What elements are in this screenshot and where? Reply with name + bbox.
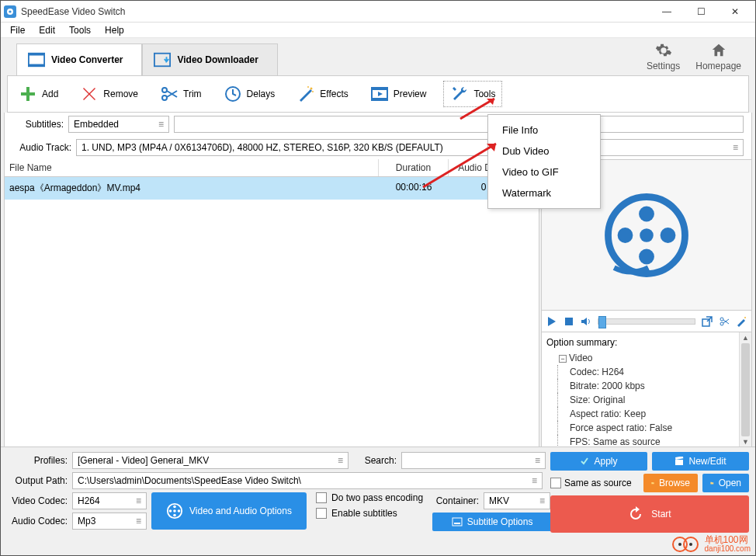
- tree-node-video[interactable]: −Video: [546, 351, 747, 365]
- remove-label: Remove: [103, 89, 138, 99]
- menu-bar: File Edit Tools Help: [1, 23, 755, 38]
- annotation-arrow-icon: [457, 92, 504, 123]
- option-tree: −Video Codec: H264 Bitrate: 2000 kbps Si…: [546, 351, 747, 448]
- play-controls: [541, 311, 752, 332]
- svg-rect-42: [454, 523, 460, 524]
- audiotrack-combo[interactable]: 1. UND, MP3 (MP4A / 0X6134706D), 48000 H…: [76, 139, 744, 156]
- profiles-combo[interactable]: [General - Video] General_MKV ≡: [72, 452, 349, 469]
- homepage-button[interactable]: Homepage: [695, 42, 741, 71]
- add-button[interactable]: Add: [14, 82, 63, 106]
- svg-point-22: [618, 228, 633, 243]
- seek-slider[interactable]: [598, 318, 695, 325]
- delays-button[interactable]: Delays: [219, 82, 280, 106]
- checkbox-icon: [316, 508, 327, 519]
- maximize-button[interactable]: ☐: [684, 1, 718, 23]
- svg-point-37: [173, 506, 176, 509]
- svg-point-11: [310, 88, 313, 90]
- subtitles-value: Embedded: [74, 119, 119, 130]
- svg-rect-25: [565, 318, 573, 325]
- popout-icon[interactable]: [702, 316, 713, 327]
- profiles-value: [General - Video] General_MKV: [78, 455, 209, 466]
- combo-handle-icon: ≡: [338, 455, 343, 466]
- open-button[interactable]: Open: [702, 474, 749, 492]
- preview-button[interactable]: Preview: [366, 82, 432, 106]
- search-label: Search:: [353, 455, 397, 466]
- gear-icon: [655, 42, 672, 59]
- menu-file[interactable]: File: [4, 23, 31, 37]
- cut-icon[interactable]: [719, 316, 730, 327]
- start-button[interactable]: Start: [550, 495, 749, 533]
- option-scrollbar[interactable]: ▲ ▼: [739, 332, 751, 447]
- audiotrack-row: Audio Track: 1. UND, MP3 (MP4A / 0X61347…: [4, 136, 752, 159]
- menu-edit[interactable]: Edit: [33, 23, 61, 37]
- title-bar: SpeedEase Video Switch — ☐ ✕: [1, 1, 755, 23]
- trim-button[interactable]: Trim: [155, 82, 206, 106]
- combo-handle-icon: ≡: [158, 119, 164, 130]
- start-label: Start: [651, 509, 671, 520]
- bottom-panel: Profiles: [General - Video] General_MKV …: [1, 447, 755, 555]
- combo-handle-icon: ≡: [733, 142, 738, 153]
- container-value: MKV: [489, 495, 509, 506]
- output-path-combo[interactable]: C:\Users\admin\Documents\SpeedEase Video…: [72, 472, 543, 489]
- same-as-source-checkbox[interactable]: Same as source: [550, 478, 639, 488]
- apply-button[interactable]: Apply: [550, 452, 647, 471]
- svg-rect-43: [675, 460, 683, 465]
- menu-tools[interactable]: Tools: [63, 23, 97, 37]
- enable-subs-checkbox[interactable]: Enable subtitles: [316, 508, 423, 519]
- homepage-label: Homepage: [695, 61, 741, 71]
- acodec-label: Audio Codec:: [7, 516, 68, 526]
- close-button[interactable]: ✕: [718, 1, 752, 23]
- video-audio-options-button[interactable]: Video and Audio Options: [151, 492, 307, 530]
- audiotrack-value: 1. UND, MP3 (MP4A / 0X6134706D), 48000 H…: [81, 142, 443, 153]
- plus-icon: [19, 85, 37, 103]
- slider-thumb[interactable]: [598, 316, 606, 328]
- scissors-icon: [160, 85, 179, 103]
- watermark-line1: 单机100网: [705, 535, 751, 544]
- watermark-line2: danji100.com: [705, 544, 751, 554]
- scroll-down-icon[interactable]: ▼: [740, 436, 751, 447]
- preview-label: Preview: [394, 89, 427, 99]
- subtitle-options-button[interactable]: Subtitle Options: [432, 513, 552, 531]
- subtitles-combo[interactable]: Embedded ≡: [68, 116, 169, 133]
- vao-label: Video and Audio Options: [189, 506, 292, 516]
- site-watermark: 单机100网 danji100.com: [672, 535, 751, 554]
- volume-icon[interactable]: [581, 316, 591, 327]
- scroll-up-icon[interactable]: ▲: [740, 332, 751, 343]
- menu-help[interactable]: Help: [99, 23, 130, 37]
- svg-point-29: [720, 322, 723, 325]
- col-filename[interactable]: File Name: [5, 159, 379, 176]
- tab-video-converter[interactable]: Video Converter: [16, 43, 142, 75]
- search-combo[interactable]: ≡: [401, 452, 546, 469]
- acodec-combo[interactable]: Mp3≡: [72, 513, 147, 530]
- output-value: C:\Users\admin\Documents\SpeedEase Video…: [78, 475, 301, 486]
- file-table-pane: File Name Duration Audio Delay S aespa《A…: [4, 159, 539, 448]
- newedit-button[interactable]: New/Edit: [652, 452, 749, 471]
- two-pass-checkbox[interactable]: Do two pass encoding: [316, 492, 423, 503]
- watermark-logo-icon: [672, 535, 700, 554]
- newedit-label: New/Edit: [688, 456, 726, 467]
- effects-button[interactable]: Effects: [292, 82, 352, 106]
- stop-icon[interactable]: [564, 316, 574, 327]
- scroll-thumb[interactable]: [741, 343, 750, 436]
- settings-button[interactable]: Settings: [647, 42, 680, 71]
- settings-label: Settings: [647, 61, 680, 71]
- minimize-button[interactable]: —: [650, 1, 684, 23]
- clock-icon: [224, 85, 242, 103]
- wand-small-icon[interactable]: [736, 316, 747, 327]
- folder-open-icon: [710, 478, 714, 488]
- download-film-icon: [154, 52, 171, 68]
- tab-label: Video Converter: [51, 54, 123, 65]
- check-icon: [580, 457, 589, 466]
- acodec-value: Mp3: [78, 516, 95, 526]
- vcodec-combo[interactable]: H264≡: [72, 492, 147, 509]
- combo-handle-icon: ≡: [532, 475, 537, 486]
- remove-button[interactable]: Remove: [75, 82, 143, 106]
- svg-rect-4: [29, 54, 44, 56]
- play-icon[interactable]: [546, 316, 557, 327]
- effects-label: Effects: [320, 89, 348, 99]
- browse-label: Browse: [659, 478, 690, 488]
- tab-video-downloader[interactable]: Video Downloader: [142, 43, 277, 75]
- cell-filename: aespa《Armageddon》MV.mp4: [5, 177, 379, 200]
- container-combo[interactable]: MKV≡: [484, 492, 550, 509]
- browse-button[interactable]: Browse: [643, 474, 698, 492]
